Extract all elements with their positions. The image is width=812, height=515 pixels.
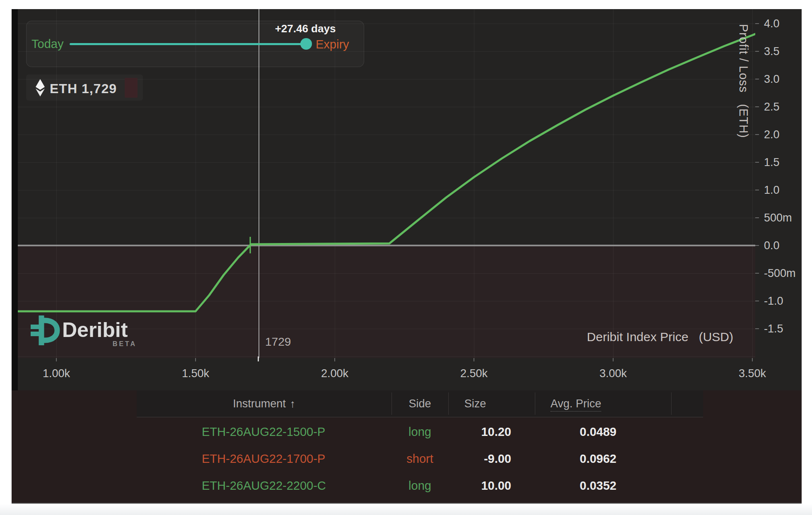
y-tick <box>755 134 759 135</box>
y-axis-label: 1.0 <box>764 183 810 197</box>
column-header-instrument[interactable]: Instrument↑ <box>137 390 392 417</box>
y-axis-label: 3.5 <box>764 45 810 58</box>
instrument-cell[interactable]: ETH-26AUG22-1700-P <box>202 448 388 469</box>
x-tick <box>56 358 57 361</box>
price-change-flash <box>125 78 138 98</box>
y-axis-title: Profit / Loss (ETH) <box>737 24 750 138</box>
chart-left-edge <box>12 9 18 390</box>
x-axis-label: 3.00k <box>588 367 638 380</box>
y-tick <box>755 190 759 190</box>
y-tick <box>755 23 759 24</box>
slider-expiry-label: Expiry <box>316 38 349 51</box>
instrument-cell[interactable]: ETH-26AUG22-2200-C <box>202 475 388 496</box>
x-tick <box>752 358 753 361</box>
slider-today-label: Today <box>31 37 63 51</box>
y-axis-label: -500m <box>764 267 810 280</box>
y-tick <box>755 245 759 246</box>
avg-price-cell: 0.0489 <box>535 421 616 442</box>
x-tick <box>613 358 614 361</box>
column-divider <box>671 392 672 415</box>
y-axis-label: 2.0 <box>764 128 810 141</box>
x-tick <box>474 358 474 361</box>
side-cell: long <box>392 475 448 496</box>
current-price-label: 1729 <box>265 335 315 349</box>
x-tick <box>334 358 335 361</box>
y-tick <box>755 273 759 274</box>
x-axis-label: 3.50k <box>727 367 777 380</box>
side-cell: short <box>392 448 448 469</box>
column-header-avg-price[interactable]: Avg. Price <box>535 390 617 417</box>
y-tick <box>755 217 759 218</box>
y-tick <box>755 79 759 79</box>
y-axis-label: 4.0 <box>764 17 810 30</box>
slider-days-value: +27.46 days <box>260 22 351 35</box>
y-tick <box>755 106 759 107</box>
side-cell: long <box>392 421 448 442</box>
y-tick <box>755 301 759 301</box>
y-axis-label: 500m <box>764 211 810 224</box>
time-slider-thumb[interactable] <box>300 38 312 50</box>
y-axis-label: -1.0 <box>764 294 810 308</box>
deribit-position-builder: 4.0 3.5 3.0 2.5 2.0 1.5 1.0 500m 0.0 -50… <box>0 0 812 515</box>
avg-price-cell: 0.0352 <box>535 475 616 496</box>
ethereum-icon <box>35 79 46 97</box>
table-row[interactable]: ETH-26AUG22-1700-P short -9.00 0.0962 <box>137 448 704 469</box>
sort-ascending-icon: ↑ <box>286 397 295 410</box>
instrument-cell[interactable]: ETH-26AUG22-1500-P <box>202 421 388 442</box>
column-header-side[interactable]: Side <box>392 390 448 417</box>
column-header-avg-price-label: Avg. Price <box>551 397 602 412</box>
table-row[interactable]: ETH-26AUG22-2200-C long 10.00 0.0352 <box>137 475 704 496</box>
time-slider-track[interactable] <box>70 43 306 45</box>
column-header-size[interactable]: Size <box>448 390 502 417</box>
deribit-beta-badge: BETA <box>62 340 137 348</box>
y-tick <box>755 51 759 52</box>
y-axis-label: 0.0 <box>764 239 810 252</box>
x-axis-title: Deribit Index Price (USD) <box>514 330 733 344</box>
y-axis-label: 2.5 <box>764 100 810 113</box>
y-tick <box>755 328 759 329</box>
y-axis-label: 3.0 <box>764 72 810 86</box>
x-axis-label: 1.00k <box>31 367 81 380</box>
x-axis-label: 2.00k <box>310 367 360 380</box>
table-row[interactable]: ETH-26AUG22-1500-P long 10.20 0.0489 <box>137 421 704 442</box>
size-cell: -9.00 <box>448 448 511 469</box>
size-cell: 10.00 <box>448 475 511 496</box>
y-axis-label: -1.5 <box>764 322 810 335</box>
x-tick <box>195 358 196 361</box>
avg-price-cell: 0.0962 <box>535 448 616 469</box>
deribit-logo-text: Deribit <box>62 318 128 342</box>
size-cell: 10.20 <box>448 421 511 442</box>
x-axis-label: 1.50k <box>171 367 220 380</box>
index-price-value: ETH 1,729 <box>50 81 117 96</box>
column-header-instrument-label: Instrument <box>233 397 286 410</box>
x-axis-label: 2.50k <box>449 367 499 380</box>
deribit-logo-icon <box>30 315 60 346</box>
page-bottom-strip <box>0 504 812 515</box>
y-tick <box>755 162 759 163</box>
y-axis-label: 1.5 <box>764 156 810 169</box>
